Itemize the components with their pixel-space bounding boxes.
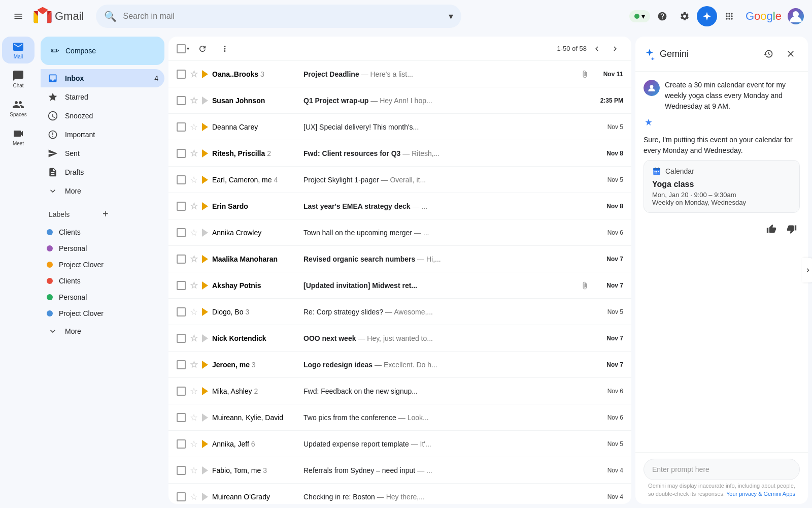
label-personal1[interactable]: Personal bbox=[41, 240, 164, 257]
iconbar-meet[interactable]: Meet bbox=[2, 123, 35, 150]
apps-button[interactable] bbox=[719, 6, 739, 26]
email-row[interactable]: ☆ Annika, Jeff 6 Updated expense report … bbox=[168, 431, 631, 457]
more-options-button[interactable] bbox=[216, 40, 234, 58]
gemini-prompt-input[interactable]: Enter prompt here bbox=[644, 459, 800, 480]
email-row[interactable]: ☆ Jeroen, me 3 Logo redesign ideas — Exc… bbox=[168, 352, 631, 378]
row-checkbox[interactable] bbox=[177, 466, 186, 475]
row-checkbox[interactable] bbox=[177, 255, 186, 264]
gemini-button[interactable] bbox=[697, 6, 717, 26]
hamburger-menu[interactable] bbox=[8, 6, 28, 26]
prev-page-button[interactable] bbox=[589, 41, 605, 57]
label-project-clover2[interactable]: Project Clover bbox=[41, 305, 164, 322]
user-message-text: Create a 30 min calendar event for my we… bbox=[665, 80, 800, 112]
refresh-button[interactable] bbox=[193, 40, 212, 58]
gemini-history-button[interactable] bbox=[759, 45, 777, 63]
sidebar-item-sent[interactable]: Sent bbox=[41, 144, 164, 163]
email-row[interactable]: ☆ Maalika Manoharan Revised organic sear… bbox=[168, 246, 631, 272]
star-button[interactable]: ☆ bbox=[190, 491, 198, 502]
row-checkbox[interactable] bbox=[177, 307, 186, 316]
email-row[interactable]: ☆ Muireann, Kylie, David Two pics from t… bbox=[168, 404, 631, 431]
star-button[interactable]: ☆ bbox=[190, 95, 198, 106]
iconbar-mail[interactable]: Mail bbox=[2, 37, 35, 64]
star-button[interactable]: ☆ bbox=[190, 148, 198, 159]
star-button[interactable]: ☆ bbox=[190, 121, 198, 133]
row-checkbox[interactable] bbox=[177, 149, 186, 158]
settings-button[interactable] bbox=[674, 6, 695, 26]
email-row[interactable]: ☆ Nick Kortendick OOO next week — Hey, j… bbox=[168, 325, 631, 352]
star-button[interactable]: ☆ bbox=[190, 227, 198, 238]
email-subject: Project Skylight 1-pager — Overall, it..… bbox=[303, 176, 585, 184]
star-button[interactable]: ☆ bbox=[190, 253, 198, 265]
row-checkbox[interactable] bbox=[177, 439, 186, 449]
star-button[interactable]: ☆ bbox=[190, 438, 198, 450]
gemini-input-area[interactable]: Enter prompt here Gemini may display ina… bbox=[635, 452, 808, 504]
thumbs-down-button[interactable] bbox=[784, 221, 800, 237]
row-checkbox[interactable] bbox=[177, 96, 186, 105]
email-row[interactable]: ☆ Erin Sardo Last year's EMEA strategy d… bbox=[168, 193, 631, 219]
star-button[interactable]: ☆ bbox=[190, 174, 198, 185]
thumbs-up-button[interactable] bbox=[763, 221, 780, 237]
email-row[interactable]: ☆ Susan Johnson Q1 Project wrap-up — Hey… bbox=[168, 87, 631, 114]
row-checkbox[interactable] bbox=[177, 70, 186, 79]
sidebar-item-snoozed[interactable]: Snoozed bbox=[41, 107, 164, 125]
row-checkbox[interactable] bbox=[177, 492, 186, 501]
star-button[interactable]: ☆ bbox=[190, 465, 198, 476]
row-checkbox[interactable] bbox=[177, 387, 186, 396]
row-checkbox[interactable] bbox=[177, 360, 186, 369]
email-row[interactable]: ☆ Earl, Cameron, me 4 Project Skylight 1… bbox=[168, 167, 631, 193]
label-clients2[interactable]: Clients bbox=[41, 273, 164, 289]
row-checkbox[interactable] bbox=[177, 202, 186, 211]
row-checkbox[interactable] bbox=[177, 281, 186, 290]
search-input[interactable] bbox=[123, 12, 443, 21]
user-avatar[interactable] bbox=[788, 8, 804, 24]
row-checkbox[interactable] bbox=[177, 413, 186, 422]
row-checkbox[interactable] bbox=[177, 228, 186, 237]
sidebar-item-more-labels[interactable]: More bbox=[41, 322, 164, 340]
email-row[interactable]: ☆ Ritesh, Priscilla 2 Fwd: Client resour… bbox=[168, 140, 631, 167]
gemini-collapse-button[interactable] bbox=[802, 258, 812, 282]
email-row[interactable]: ☆ Mika, Ashley 2 Fwd: Feedback on the ne… bbox=[168, 378, 631, 404]
email-row[interactable]: ☆ Annika Crowley Town hall on the upcomi… bbox=[168, 219, 631, 246]
email-row[interactable]: ☆ Diogo, Bo 3 Re: Corp strategy slides? … bbox=[168, 299, 631, 325]
row-checkbox[interactable] bbox=[177, 175, 186, 184]
next-page-button[interactable] bbox=[607, 41, 623, 57]
search-dropdown-icon[interactable]: ▾ bbox=[449, 11, 453, 22]
star-button[interactable]: ☆ bbox=[190, 333, 198, 344]
svg-rect-3 bbox=[653, 168, 660, 170]
add-label-button[interactable]: + bbox=[103, 208, 156, 220]
label-project-clover1[interactable]: Project Clover bbox=[41, 257, 164, 273]
gemini-close-button[interactable] bbox=[782, 45, 800, 63]
sidebar-item-important[interactable]: Important bbox=[41, 125, 164, 144]
label-clients1[interactable]: Clients bbox=[41, 224, 164, 240]
star-button[interactable]: ☆ bbox=[190, 412, 198, 423]
email-row[interactable]: ☆ Akshay Potnis [Updated invitation] Mid… bbox=[168, 272, 631, 299]
label-personal2[interactable]: Personal bbox=[41, 289, 164, 305]
row-checkbox[interactable] bbox=[177, 122, 186, 132]
sidebar-item-drafts[interactable]: Drafts bbox=[41, 163, 164, 181]
select-all-checkbox[interactable] bbox=[177, 44, 186, 53]
email-toolbar: ▾ 1-50 of 58 bbox=[168, 37, 631, 61]
email-row[interactable]: ☆ Muireann O'Grady Checking in re: Bosto… bbox=[168, 484, 631, 504]
help-button[interactable] bbox=[652, 6, 672, 26]
sidebar-item-starred[interactable]: Starred bbox=[41, 88, 164, 106]
email-row[interactable]: ☆ Deanna Carey [UX] Special delivery! Th… bbox=[168, 114, 631, 140]
star-button[interactable]: ☆ bbox=[190, 386, 198, 397]
gemini-privacy-link[interactable]: Your privacy & Gemini Apps bbox=[726, 491, 795, 497]
sidebar-item-inbox[interactable]: Inbox 4 bbox=[41, 69, 164, 87]
email-row[interactable]: ☆ Oana..Brooks 3 Project Deadline — Here… bbox=[168, 61, 631, 87]
compose-button[interactable]: ✏ Compose bbox=[41, 37, 164, 65]
select-dropdown-icon[interactable]: ▾ bbox=[187, 46, 189, 51]
star-button[interactable]: ☆ bbox=[190, 280, 198, 291]
status-button[interactable]: ▾ bbox=[629, 10, 650, 22]
star-button[interactable]: ☆ bbox=[190, 306, 198, 318]
row-checkbox[interactable] bbox=[177, 334, 186, 343]
star-button[interactable]: ☆ bbox=[190, 69, 198, 80]
star-button[interactable]: ☆ bbox=[190, 201, 198, 212]
iconbar-spaces[interactable]: Spaces bbox=[2, 94, 35, 121]
sidebar-item-more[interactable]: More bbox=[41, 182, 164, 200]
star-button[interactable]: ☆ bbox=[190, 359, 198, 370]
email-row[interactable]: ☆ Fabio, Tom, me 3 Referrals from Sydney… bbox=[168, 457, 631, 484]
select-all-container[interactable]: ▾ bbox=[177, 44, 189, 53]
iconbar-chat[interactable]: Chat bbox=[2, 66, 35, 92]
search-bar[interactable]: 🔍 ▾ bbox=[96, 5, 461, 28]
